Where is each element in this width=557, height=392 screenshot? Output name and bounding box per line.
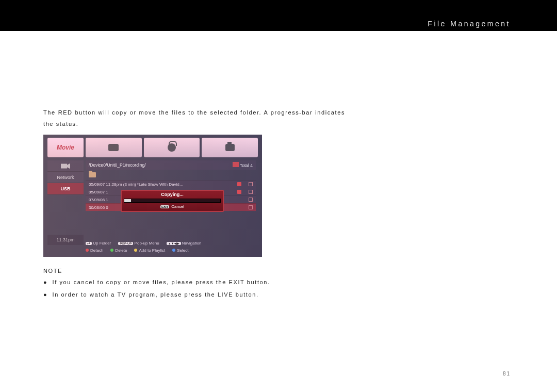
path-bar: /Device0/Unit0_P1/recording/ Total 4 <box>86 160 256 170</box>
file-row-text: 07/09/06 1 <box>89 198 108 202</box>
sidebar-item-video[interactable] <box>47 160 84 172</box>
headphones-icon <box>168 143 176 152</box>
clock: 11:31pm <box>47 235 84 245</box>
svg-marker-1 <box>67 163 70 169</box>
popup-key-icon: POP-UP <box>118 242 133 245</box>
tab-music-icon[interactable] <box>144 138 200 157</box>
hint-delete: Delete <box>115 248 127 253</box>
svg-rect-0 <box>61 164 67 168</box>
hint-nav: Navigation <box>182 241 202 246</box>
hint-select: Select <box>177 248 188 253</box>
paragraph-intro: The RED button will copy or move the fil… <box>43 107 345 129</box>
cancel-label: Cancel <box>171 204 184 209</box>
yellow-dot-icon <box>134 249 137 252</box>
tab-movie[interactable]: Movie <box>47 138 84 157</box>
checkbox-icon[interactable] <box>249 198 253 202</box>
note-item-2: ● In order to watch a TV program, please… <box>43 289 345 300</box>
hint-add-playlist: Add to Playlist <box>139 248 165 253</box>
exit-key-icon: EXIT <box>160 205 169 208</box>
path-text: /Device0/Unit0_P1/recording/ <box>89 162 146 168</box>
parent-folder-row[interactable] <box>86 170 256 180</box>
recorded-icon <box>237 182 241 186</box>
source-sidebar: Network USB 11:31pm <box>47 160 84 245</box>
footer-hints: ⮐ Up Folder POP-UP Pop-up Menu ▲▼◀▶ Navi… <box>86 239 256 254</box>
folder-up-icon <box>89 172 96 177</box>
hint-popup: Pop-up Menu <box>135 241 159 246</box>
hint-detach: Detach <box>90 248 103 253</box>
file-row-text: 30/08/06 0 <box>89 205 108 210</box>
camcorder-icon <box>108 144 119 151</box>
nav-key-icon: ▲▼◀▶ <box>167 242 181 245</box>
blue-dot-icon <box>172 249 175 252</box>
file-row-text: 05/09/07 11:28pm (3 min) *Late Show With… <box>89 182 184 187</box>
sidebar-item-usb[interactable]: USB <box>47 183 84 194</box>
checkbox-icon[interactable] <box>249 190 253 194</box>
sidebar-item-network[interactable]: Network <box>47 172 84 183</box>
tab-photo-icon[interactable] <box>202 138 258 157</box>
file-row[interactable]: 05/09/07 11:28pm (3 min) *Late Show With… <box>86 180 256 188</box>
progress-fill <box>124 199 131 202</box>
cancel-hint: EXIT Cancel <box>124 204 221 209</box>
hint-up-folder: Up Folder <box>93 241 111 246</box>
progress-bar <box>124 199 221 203</box>
camera-icon <box>225 144 235 151</box>
tv-screenshot: Movie Network USB 11:31pm /Device0/Unit0… <box>43 135 262 257</box>
page-number: 81 <box>503 371 511 377</box>
checkbox-icon[interactable] <box>249 182 253 186</box>
camcorder-small-icon <box>61 162 70 170</box>
flag-icon <box>233 162 239 167</box>
copying-dialog: Copying... EXIT Cancel <box>121 190 224 212</box>
return-key-icon: ⮐ <box>86 242 92 245</box>
note-heading: NOTE <box>43 265 345 276</box>
note-item-1: ● If you cancel to copy or move files, p… <box>43 276 345 288</box>
tab-video-icon[interactable] <box>86 138 142 157</box>
green-dot-icon <box>110 249 113 252</box>
copying-caption: Copying... <box>124 192 221 197</box>
media-tab-bar: Movie <box>47 138 258 158</box>
total-count: Total 4 <box>240 163 253 168</box>
red-dot-icon <box>86 249 89 252</box>
checkbox-icon[interactable] <box>249 205 253 209</box>
recorded-icon <box>237 190 241 194</box>
page-title: File Management <box>428 20 511 28</box>
file-row-text: 05/09/07 1 <box>89 190 108 194</box>
